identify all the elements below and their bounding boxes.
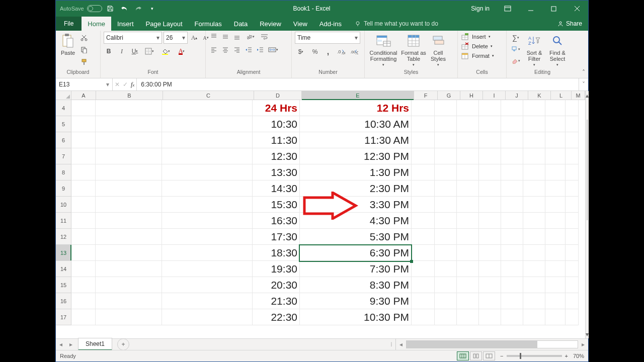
view-page-layout-button[interactable] xyxy=(470,351,482,360)
cell-D16[interactable]: 21:30 xyxy=(253,293,300,309)
cell-J5[interactable] xyxy=(501,116,523,132)
cell-L13[interactable] xyxy=(545,245,566,261)
bold-button[interactable]: B xyxy=(104,46,114,56)
row-header-9[interactable]: 9 xyxy=(56,180,71,197)
cell-I11[interactable] xyxy=(479,213,501,229)
cell-J14[interactable] xyxy=(501,261,523,277)
cell-H15[interactable] xyxy=(457,277,479,293)
tab-formulas[interactable]: Formulas xyxy=(189,17,228,31)
cell-M10[interactable] xyxy=(566,197,579,213)
paste-button[interactable]: Paste xyxy=(59,32,77,56)
cell-A15[interactable] xyxy=(71,277,96,293)
cell-B10[interactable] xyxy=(96,197,162,213)
accounting-format-button[interactable]: $▾ xyxy=(295,47,307,57)
cell-C8[interactable] xyxy=(162,164,253,180)
cell-E16[interactable]: 9:30 PM xyxy=(300,293,412,309)
cell-I7[interactable] xyxy=(479,148,501,164)
cell-H10[interactable] xyxy=(457,197,479,213)
expand-formula-bar-button[interactable]: ˅ xyxy=(579,78,588,90)
formula-input[interactable]: 6:30:00 PM xyxy=(137,78,579,90)
cell-I13[interactable] xyxy=(479,245,501,261)
cell-C4[interactable] xyxy=(162,100,253,116)
fill-button[interactable]: ▾ xyxy=(510,44,522,54)
cell-G10[interactable] xyxy=(435,197,457,213)
cut-button[interactable] xyxy=(79,33,89,43)
sort-filter-button[interactable]: AZ Sort & Filter▾ xyxy=(524,32,545,67)
tab-review[interactable]: Review xyxy=(254,17,287,31)
cell-B12[interactable] xyxy=(96,229,162,245)
cell-L7[interactable] xyxy=(545,148,566,164)
enter-formula-button[interactable]: ✓ xyxy=(123,81,128,88)
cell-M12[interactable] xyxy=(566,229,579,245)
cell-K6[interactable] xyxy=(523,132,545,148)
cell-L14[interactable] xyxy=(545,261,566,277)
cell-C6[interactable] xyxy=(162,132,253,148)
cell-I9[interactable] xyxy=(479,180,501,197)
underline-button[interactable]: U▾ xyxy=(130,46,140,56)
increase-decimal-button[interactable]: .0.00 xyxy=(336,47,346,57)
cancel-formula-button[interactable]: ✕ xyxy=(115,81,120,88)
italic-button[interactable]: I xyxy=(117,46,127,56)
font-name-combo[interactable]: Calibri▾ xyxy=(104,32,162,44)
increase-indent-button[interactable] xyxy=(255,45,265,55)
tab-home[interactable]: Home xyxy=(82,17,111,31)
cell-A6[interactable] xyxy=(71,132,96,148)
cell-A8[interactable] xyxy=(71,164,96,180)
cell-G15[interactable] xyxy=(435,277,457,293)
name-box[interactable]: E13▾ xyxy=(56,78,113,90)
cell-I14[interactable] xyxy=(479,261,501,277)
cell-L11[interactable] xyxy=(545,213,566,229)
cell-M14[interactable] xyxy=(566,261,579,277)
cell-B9[interactable] xyxy=(96,180,162,197)
cell-M15[interactable] xyxy=(566,277,579,293)
cell-K8[interactable] xyxy=(523,164,545,180)
scroll-right-button[interactable]: ▸ xyxy=(578,339,588,350)
sign-in-button[interactable]: Sign in xyxy=(465,1,496,17)
tell-me-search[interactable]: Tell me what you want to do xyxy=(355,17,438,31)
cell-E17[interactable]: 10:30 PM xyxy=(300,309,412,325)
view-page-break-button[interactable] xyxy=(483,351,495,360)
cell-L4[interactable] xyxy=(545,100,566,116)
cell-K9[interactable] xyxy=(523,180,545,197)
cell-L16[interactable] xyxy=(545,293,566,309)
cell-E13[interactable]: 6:30 PM xyxy=(300,245,412,261)
format-as-table-button[interactable]: Format as Table▾ xyxy=(401,32,426,67)
cell-G14[interactable] xyxy=(435,261,457,277)
cell-A10[interactable] xyxy=(71,197,96,213)
cell-J15[interactable] xyxy=(501,277,523,293)
cell-G16[interactable] xyxy=(435,293,457,309)
cell-C13[interactable] xyxy=(162,245,253,261)
cell-F14[interactable] xyxy=(412,261,435,277)
cell-L8[interactable] xyxy=(545,164,566,180)
autosum-button[interactable]: ∑▾ xyxy=(510,33,522,43)
cell-B6[interactable] xyxy=(96,132,162,148)
column-header-I[interactable]: I xyxy=(483,91,506,100)
close-button[interactable] xyxy=(566,1,588,17)
cell-B8[interactable] xyxy=(96,164,162,180)
cell-K7[interactable] xyxy=(523,148,545,164)
zoom-slider[interactable] xyxy=(507,355,562,357)
redo-button[interactable] xyxy=(132,3,144,15)
cell-D10[interactable]: 15:30 xyxy=(253,197,300,213)
cell-F6[interactable] xyxy=(412,132,435,148)
cell-M17[interactable] xyxy=(566,309,579,325)
wrap-text-button[interactable] xyxy=(258,32,271,42)
zoom-out-button[interactable]: − xyxy=(500,353,503,359)
share-button[interactable]: Share xyxy=(551,17,588,31)
cell-E12[interactable]: 5:30 PM xyxy=(300,229,412,245)
cell-K10[interactable] xyxy=(523,197,545,213)
cell-D12[interactable]: 17:30 xyxy=(253,229,300,245)
cell-H9[interactable] xyxy=(457,180,479,197)
align-bottom-button[interactable] xyxy=(232,32,242,42)
row-header-17[interactable]: 17 xyxy=(56,309,71,325)
cell-G5[interactable] xyxy=(435,116,457,132)
column-header-K[interactable]: K xyxy=(528,91,551,100)
cell-F8[interactable] xyxy=(412,164,435,180)
orientation-button[interactable]: ab▾ xyxy=(244,32,257,42)
zoom-level-label[interactable]: 70% xyxy=(573,353,584,359)
cell-D4[interactable]: 24 Hrs xyxy=(253,100,300,116)
cell-J13[interactable] xyxy=(501,245,523,261)
scroll-up-button[interactable]: ▴ xyxy=(586,91,589,100)
row-header-8[interactable]: 8 xyxy=(56,164,71,180)
column-header-A[interactable]: A xyxy=(71,91,96,100)
